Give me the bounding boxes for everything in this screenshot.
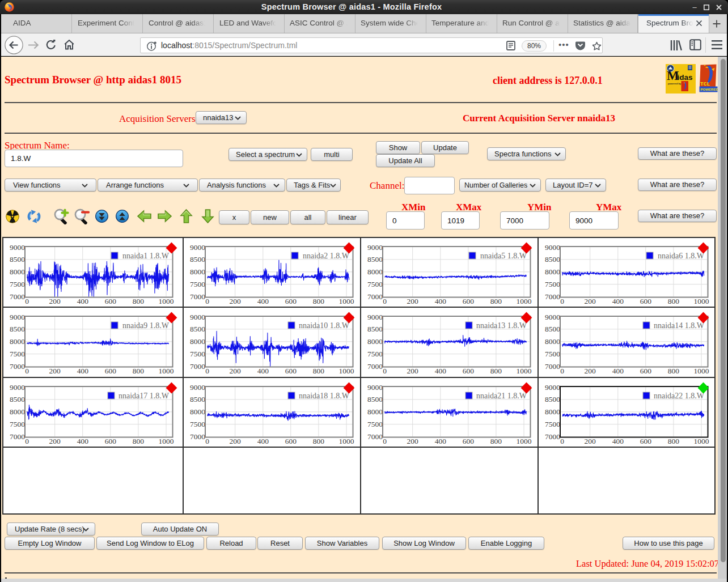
svg-text:powered by: powered by	[668, 82, 682, 85]
svg-text:8500: 8500	[367, 325, 383, 334]
svg-text:1000: 1000	[517, 297, 532, 305]
svg-text:nnaida18 1.8.W: nnaida18 1.8.W	[299, 391, 350, 400]
svg-text:8000: 8000	[10, 338, 25, 346]
svg-text:8000: 8000	[367, 267, 383, 276]
svg-text:7000: 7000	[190, 362, 205, 371]
svg-text:9000: 9000	[10, 383, 25, 391]
svg-text:200: 200	[585, 436, 596, 445]
svg-text:800: 800	[313, 367, 325, 375]
svg-text:7500: 7500	[367, 350, 383, 358]
svg-text:600: 600	[640, 367, 652, 375]
svg-text:1000: 1000	[159, 436, 174, 445]
svg-text:200: 200	[407, 367, 419, 375]
svg-text:8000: 8000	[10, 407, 25, 416]
svg-text:1000: 1000	[339, 297, 354, 305]
svg-text:7500: 7500	[190, 350, 205, 358]
svg-text:7000: 7000	[190, 292, 205, 301]
svg-text:8500: 8500	[545, 255, 560, 264]
svg-text:1000: 1000	[694, 436, 709, 445]
svg-text:400: 400	[435, 436, 447, 445]
svg-text:8500: 8500	[367, 255, 383, 264]
svg-text:8500: 8500	[10, 325, 25, 334]
svg-text:9000: 9000	[10, 243, 25, 252]
svg-text:7500: 7500	[10, 350, 25, 358]
svg-text:200: 200	[49, 436, 61, 445]
svg-text:8000: 8000	[367, 407, 383, 416]
svg-text:8000: 8000	[367, 338, 383, 346]
svg-text:400: 400	[612, 297, 624, 305]
svg-text:600: 600	[105, 367, 117, 375]
svg-text:1000: 1000	[694, 367, 709, 375]
svg-text:POWERED: POWERED	[701, 88, 718, 91]
svg-text:400: 400	[257, 297, 269, 305]
svg-text:nnaida13 1.8.W: nnaida13 1.8.W	[476, 321, 527, 330]
svg-text:7000: 7000	[10, 362, 25, 371]
svg-text:200: 200	[230, 367, 242, 375]
svg-text:9000: 9000	[545, 313, 560, 321]
svg-text:200: 200	[407, 297, 419, 305]
svg-text:0: 0	[205, 367, 209, 375]
svg-text:idas: idas	[678, 73, 693, 82]
svg-text:8000: 8000	[190, 407, 205, 416]
svg-text:1000: 1000	[517, 367, 532, 375]
svg-text:200: 200	[49, 367, 61, 375]
svg-text:8000: 8000	[545, 267, 560, 276]
svg-text:9000: 9000	[190, 313, 205, 321]
svg-text:800: 800	[133, 297, 145, 305]
svg-text:0: 0	[560, 367, 564, 375]
svg-text:400: 400	[612, 367, 624, 375]
svg-text:7000: 7000	[545, 362, 560, 371]
svg-text:TCL: TCL	[700, 81, 710, 87]
svg-text:7500: 7500	[545, 420, 560, 428]
svg-text:200: 200	[407, 436, 419, 445]
svg-text:400: 400	[257, 436, 269, 445]
svg-text:400: 400	[257, 367, 269, 375]
svg-text:8500: 8500	[190, 325, 205, 334]
svg-text:9000: 9000	[190, 383, 205, 391]
svg-text:7000: 7000	[545, 292, 560, 301]
svg-text:400: 400	[77, 367, 89, 375]
svg-text:7000: 7000	[367, 292, 383, 301]
svg-text:600: 600	[640, 297, 652, 305]
svg-text:9000: 9000	[190, 243, 205, 252]
svg-text:400: 400	[612, 436, 624, 445]
svg-text:8500: 8500	[10, 395, 25, 403]
svg-text:9000: 9000	[10, 313, 25, 321]
svg-text:800: 800	[490, 436, 502, 445]
svg-text:200: 200	[585, 297, 596, 305]
svg-text:7500: 7500	[367, 280, 383, 288]
svg-text:7500: 7500	[545, 350, 560, 358]
svg-text:8500: 8500	[10, 255, 25, 264]
svg-text:1000: 1000	[517, 436, 532, 445]
svg-text:600: 600	[640, 436, 652, 445]
svg-text:7000: 7000	[545, 432, 560, 441]
svg-text:0: 0	[25, 297, 29, 305]
svg-text:8000: 8000	[190, 267, 205, 276]
svg-text:8000: 8000	[545, 407, 560, 416]
svg-text:600: 600	[105, 436, 117, 445]
svg-text:200: 200	[230, 436, 242, 445]
svg-text:400: 400	[435, 297, 447, 305]
svg-text:8500: 8500	[545, 325, 560, 334]
svg-text:nnaida10 1.8.W: nnaida10 1.8.W	[299, 321, 350, 330]
svg-text:8500: 8500	[367, 395, 383, 403]
svg-text:7000: 7000	[190, 432, 205, 441]
svg-text:600: 600	[285, 297, 297, 305]
svg-text:9000: 9000	[367, 243, 383, 252]
svg-text:7500: 7500	[10, 280, 25, 288]
svg-text:0: 0	[560, 297, 564, 305]
svg-text:7500: 7500	[190, 420, 205, 428]
svg-text:7000: 7000	[367, 432, 383, 441]
svg-text:800: 800	[133, 367, 145, 375]
svg-text:9000: 9000	[367, 313, 383, 321]
svg-text:1000: 1000	[339, 436, 354, 445]
svg-text:800: 800	[313, 297, 325, 305]
svg-text:200: 200	[585, 367, 596, 375]
svg-text:0: 0	[25, 436, 29, 445]
svg-text:8000: 8000	[545, 338, 560, 346]
svg-text:800: 800	[668, 367, 680, 375]
svg-text:600: 600	[463, 367, 475, 375]
svg-text:0: 0	[383, 367, 387, 375]
svg-text:800: 800	[490, 367, 502, 375]
svg-text:nnaida1 1.8.W: nnaida1 1.8.W	[122, 252, 170, 260]
